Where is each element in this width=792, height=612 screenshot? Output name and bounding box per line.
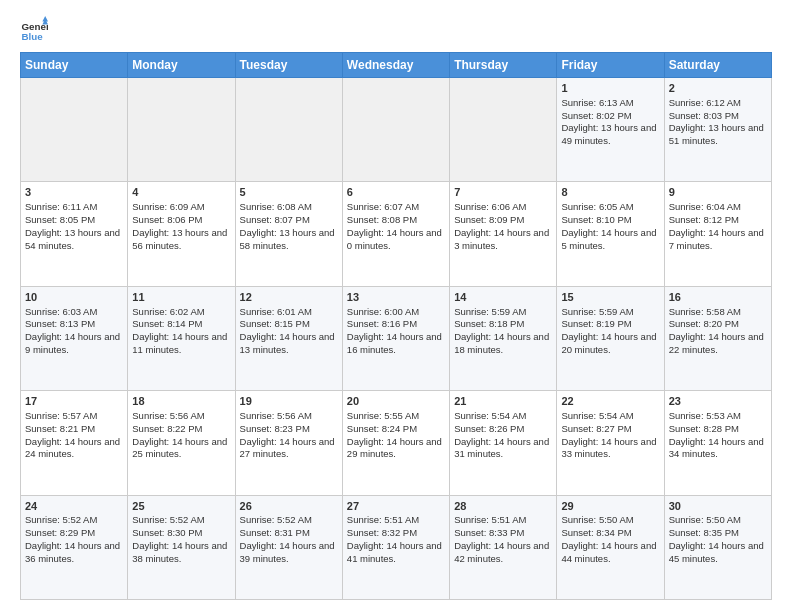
day-info: Sunset: 8:09 PM (454, 214, 552, 227)
day-info: Sunset: 8:10 PM (561, 214, 659, 227)
col-header-saturday: Saturday (664, 53, 771, 78)
day-number: 5 (240, 185, 338, 200)
logo: General Blue (20, 16, 54, 44)
day-info: Daylight: 14 hours and 18 minutes. (454, 331, 552, 357)
day-info: Sunrise: 6:05 AM (561, 201, 659, 214)
day-info: Daylight: 14 hours and 3 minutes. (454, 227, 552, 253)
calendar-cell: 18Sunrise: 5:56 AMSunset: 8:22 PMDayligh… (128, 391, 235, 495)
day-info: Daylight: 14 hours and 9 minutes. (25, 331, 123, 357)
day-number: 8 (561, 185, 659, 200)
calendar-cell: 26Sunrise: 5:52 AMSunset: 8:31 PMDayligh… (235, 495, 342, 599)
day-info: Sunrise: 6:08 AM (240, 201, 338, 214)
calendar-table: SundayMondayTuesdayWednesdayThursdayFrid… (20, 52, 772, 600)
day-info: Sunrise: 5:51 AM (347, 514, 445, 527)
day-info: Sunrise: 6:00 AM (347, 306, 445, 319)
calendar-cell: 29Sunrise: 5:50 AMSunset: 8:34 PMDayligh… (557, 495, 664, 599)
day-number: 17 (25, 394, 123, 409)
header: General Blue (20, 16, 772, 44)
day-number: 15 (561, 290, 659, 305)
day-info: Sunrise: 5:51 AM (454, 514, 552, 527)
calendar-cell: 8Sunrise: 6:05 AMSunset: 8:10 PMDaylight… (557, 182, 664, 286)
col-header-thursday: Thursday (450, 53, 557, 78)
day-info: Sunset: 8:08 PM (347, 214, 445, 227)
day-info: Daylight: 13 hours and 51 minutes. (669, 122, 767, 148)
day-info: Sunset: 8:26 PM (454, 423, 552, 436)
day-info: Sunset: 8:28 PM (669, 423, 767, 436)
day-info: Sunrise: 6:11 AM (25, 201, 123, 214)
day-info: Sunrise: 5:55 AM (347, 410, 445, 423)
calendar-cell: 6Sunrise: 6:07 AMSunset: 8:08 PMDaylight… (342, 182, 449, 286)
day-info: Sunset: 8:21 PM (25, 423, 123, 436)
day-info: Sunrise: 6:02 AM (132, 306, 230, 319)
day-number: 26 (240, 499, 338, 514)
day-info: Sunset: 8:07 PM (240, 214, 338, 227)
day-info: Sunset: 8:13 PM (25, 318, 123, 331)
day-info: Sunrise: 6:03 AM (25, 306, 123, 319)
day-info: Sunset: 8:19 PM (561, 318, 659, 331)
day-info: Sunrise: 5:50 AM (561, 514, 659, 527)
day-number: 20 (347, 394, 445, 409)
day-info: Sunset: 8:05 PM (25, 214, 123, 227)
day-info: Daylight: 14 hours and 45 minutes. (669, 540, 767, 566)
day-info: Sunrise: 5:54 AM (454, 410, 552, 423)
day-number: 21 (454, 394, 552, 409)
day-info: Sunset: 8:20 PM (669, 318, 767, 331)
calendar-cell: 13Sunrise: 6:00 AMSunset: 8:16 PMDayligh… (342, 286, 449, 390)
day-info: Sunrise: 6:09 AM (132, 201, 230, 214)
calendar-cell (128, 78, 235, 182)
calendar-cell: 21Sunrise: 5:54 AMSunset: 8:26 PMDayligh… (450, 391, 557, 495)
day-number: 1 (561, 81, 659, 96)
day-info: Daylight: 13 hours and 58 minutes. (240, 227, 338, 253)
page: General Blue SundayMondayTuesdayWednesda… (0, 0, 792, 612)
day-number: 18 (132, 394, 230, 409)
day-number: 25 (132, 499, 230, 514)
logo-icon: General Blue (20, 16, 48, 44)
day-number: 16 (669, 290, 767, 305)
calendar-cell: 9Sunrise: 6:04 AMSunset: 8:12 PMDaylight… (664, 182, 771, 286)
day-number: 29 (561, 499, 659, 514)
day-info: Sunrise: 5:59 AM (454, 306, 552, 319)
day-info: Daylight: 14 hours and 20 minutes. (561, 331, 659, 357)
day-info: Sunset: 8:35 PM (669, 527, 767, 540)
calendar-cell: 4Sunrise: 6:09 AMSunset: 8:06 PMDaylight… (128, 182, 235, 286)
day-number: 30 (669, 499, 767, 514)
day-number: 24 (25, 499, 123, 514)
day-info: Sunset: 8:03 PM (669, 110, 767, 123)
calendar-cell: 19Sunrise: 5:56 AMSunset: 8:23 PMDayligh… (235, 391, 342, 495)
day-info: Daylight: 14 hours and 29 minutes. (347, 436, 445, 462)
day-info: Sunset: 8:22 PM (132, 423, 230, 436)
day-info: Daylight: 14 hours and 34 minutes. (669, 436, 767, 462)
calendar-cell (342, 78, 449, 182)
calendar-cell (235, 78, 342, 182)
day-number: 6 (347, 185, 445, 200)
calendar-cell (21, 78, 128, 182)
day-info: Sunset: 8:29 PM (25, 527, 123, 540)
calendar-cell: 24Sunrise: 5:52 AMSunset: 8:29 PMDayligh… (21, 495, 128, 599)
calendar-cell: 17Sunrise: 5:57 AMSunset: 8:21 PMDayligh… (21, 391, 128, 495)
day-info: Sunrise: 5:52 AM (132, 514, 230, 527)
calendar-cell: 1Sunrise: 6:13 AMSunset: 8:02 PMDaylight… (557, 78, 664, 182)
day-info: Sunrise: 5:58 AM (669, 306, 767, 319)
calendar-cell: 28Sunrise: 5:51 AMSunset: 8:33 PMDayligh… (450, 495, 557, 599)
day-info: Sunrise: 5:50 AM (669, 514, 767, 527)
calendar-cell: 16Sunrise: 5:58 AMSunset: 8:20 PMDayligh… (664, 286, 771, 390)
day-info: Sunrise: 5:59 AM (561, 306, 659, 319)
day-number: 4 (132, 185, 230, 200)
day-number: 28 (454, 499, 552, 514)
calendar-cell: 10Sunrise: 6:03 AMSunset: 8:13 PMDayligh… (21, 286, 128, 390)
day-info: Sunset: 8:33 PM (454, 527, 552, 540)
day-info: Sunrise: 5:57 AM (25, 410, 123, 423)
day-info: Sunrise: 6:01 AM (240, 306, 338, 319)
day-info: Daylight: 14 hours and 41 minutes. (347, 540, 445, 566)
day-info: Sunrise: 6:06 AM (454, 201, 552, 214)
day-info: Sunset: 8:32 PM (347, 527, 445, 540)
day-number: 3 (25, 185, 123, 200)
day-number: 7 (454, 185, 552, 200)
calendar-cell: 25Sunrise: 5:52 AMSunset: 8:30 PMDayligh… (128, 495, 235, 599)
day-info: Daylight: 14 hours and 44 minutes. (561, 540, 659, 566)
day-info: Sunset: 8:02 PM (561, 110, 659, 123)
calendar-cell: 15Sunrise: 5:59 AMSunset: 8:19 PMDayligh… (557, 286, 664, 390)
day-info: Sunrise: 6:04 AM (669, 201, 767, 214)
calendar-week-4: 17Sunrise: 5:57 AMSunset: 8:21 PMDayligh… (21, 391, 772, 495)
calendar-cell: 14Sunrise: 5:59 AMSunset: 8:18 PMDayligh… (450, 286, 557, 390)
